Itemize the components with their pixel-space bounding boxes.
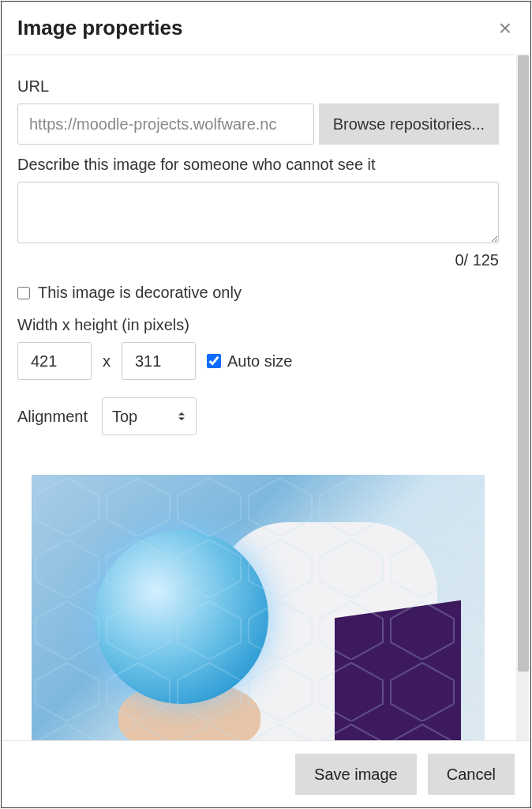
dialog-body: URL Browse repositories... Describe this… (2, 55, 530, 740)
x-separator: x (103, 352, 111, 371)
width-input[interactable] (17, 342, 92, 380)
describe-label: Describe this image for someone who cann… (17, 156, 499, 174)
decorative-checkbox[interactable] (17, 287, 30, 299)
url-input[interactable] (17, 103, 314, 145)
decorative-row: This image is decorative only (17, 284, 499, 302)
cancel-button[interactable]: Cancel (428, 754, 515, 795)
dialog-footer: Save image Cancel (2, 740, 530, 807)
size-row: x Auto size (17, 342, 499, 380)
close-icon[interactable]: × (496, 17, 515, 40)
dialog-title: Image properties (17, 16, 183, 40)
url-label: URL (17, 77, 499, 96)
image-properties-dialog: Image properties × URL Browse repositori… (1, 1, 531, 808)
alignment-select[interactable]: Top (102, 397, 197, 435)
height-input[interactable] (122, 342, 196, 380)
url-row: Browse repositories... (17, 103, 499, 145)
size-label: Width x height (in pixels) (17, 316, 499, 334)
image-preview (32, 475, 485, 740)
alignment-row: Alignment Top (17, 397, 499, 435)
description-textarea[interactable] (17, 182, 499, 243)
decorative-label: This image is decorative only (38, 284, 242, 302)
dialog-header: Image properties × (2, 2, 530, 55)
svg-rect-1 (32, 475, 485, 740)
browse-repositories-button[interactable]: Browse repositories... (319, 103, 499, 145)
alignment-label: Alignment (17, 408, 88, 426)
hexagon-pattern (32, 475, 485, 740)
char-counter: 0/ 125 (17, 251, 499, 269)
scrollbar[interactable] (516, 55, 529, 740)
scroll-thumb[interactable] (518, 55, 529, 672)
save-image-button[interactable]: Save image (295, 754, 417, 795)
auto-size-label: Auto size (227, 352, 292, 371)
auto-size-checkbox[interactable] (207, 354, 221, 368)
